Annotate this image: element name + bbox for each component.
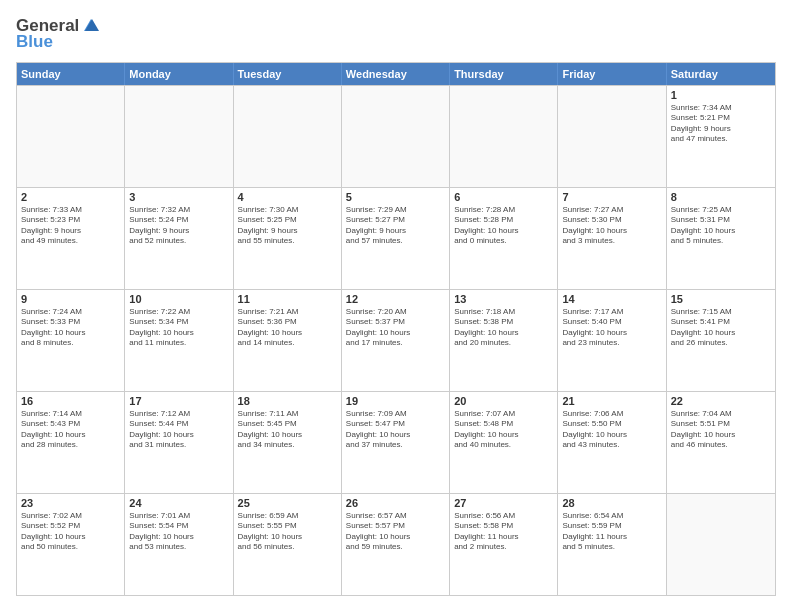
day-cell-5: 5Sunrise: 7:29 AM Sunset: 5:27 PM Daylig…	[342, 188, 450, 289]
day-cell-1: 1Sunrise: 7:34 AM Sunset: 5:21 PM Daylig…	[667, 86, 775, 187]
day-cell-12: 12Sunrise: 7:20 AM Sunset: 5:37 PM Dayli…	[342, 290, 450, 391]
day-number: 22	[671, 395, 771, 407]
day-cell-19: 19Sunrise: 7:09 AM Sunset: 5:47 PM Dayli…	[342, 392, 450, 493]
day-cell-10: 10Sunrise: 7:22 AM Sunset: 5:34 PM Dayli…	[125, 290, 233, 391]
day-info: Sunrise: 7:27 AM Sunset: 5:30 PM Dayligh…	[562, 205, 661, 247]
empty-cell	[342, 86, 450, 187]
empty-cell	[234, 86, 342, 187]
day-info: Sunrise: 7:01 AM Sunset: 5:54 PM Dayligh…	[129, 511, 228, 553]
day-cell-25: 25Sunrise: 6:59 AM Sunset: 5:55 PM Dayli…	[234, 494, 342, 595]
page: General Blue SundayMondayTuesdayWednesda…	[0, 0, 792, 612]
day-info: Sunrise: 7:15 AM Sunset: 5:41 PM Dayligh…	[671, 307, 771, 349]
weekday-header-thursday: Thursday	[450, 63, 558, 85]
day-cell-21: 21Sunrise: 7:06 AM Sunset: 5:50 PM Dayli…	[558, 392, 666, 493]
weekday-header-sunday: Sunday	[17, 63, 125, 85]
day-cell-15: 15Sunrise: 7:15 AM Sunset: 5:41 PM Dayli…	[667, 290, 775, 391]
day-cell-14: 14Sunrise: 7:17 AM Sunset: 5:40 PM Dayli…	[558, 290, 666, 391]
day-number: 20	[454, 395, 553, 407]
day-info: Sunrise: 7:28 AM Sunset: 5:28 PM Dayligh…	[454, 205, 553, 247]
day-number: 27	[454, 497, 553, 509]
day-info: Sunrise: 7:20 AM Sunset: 5:37 PM Dayligh…	[346, 307, 445, 349]
day-cell-22: 22Sunrise: 7:04 AM Sunset: 5:51 PM Dayli…	[667, 392, 775, 493]
day-info: Sunrise: 7:12 AM Sunset: 5:44 PM Dayligh…	[129, 409, 228, 451]
day-cell-8: 8Sunrise: 7:25 AM Sunset: 5:31 PM Daylig…	[667, 188, 775, 289]
day-number: 15	[671, 293, 771, 305]
day-number: 10	[129, 293, 228, 305]
day-info: Sunrise: 7:14 AM Sunset: 5:43 PM Dayligh…	[21, 409, 120, 451]
day-info: Sunrise: 7:30 AM Sunset: 5:25 PM Dayligh…	[238, 205, 337, 247]
day-number: 24	[129, 497, 228, 509]
day-info: Sunrise: 7:21 AM Sunset: 5:36 PM Dayligh…	[238, 307, 337, 349]
day-number: 21	[562, 395, 661, 407]
day-cell-23: 23Sunrise: 7:02 AM Sunset: 5:52 PM Dayli…	[17, 494, 125, 595]
day-number: 8	[671, 191, 771, 203]
day-number: 26	[346, 497, 445, 509]
day-cell-16: 16Sunrise: 7:14 AM Sunset: 5:43 PM Dayli…	[17, 392, 125, 493]
day-cell-11: 11Sunrise: 7:21 AM Sunset: 5:36 PM Dayli…	[234, 290, 342, 391]
weekday-header-tuesday: Tuesday	[234, 63, 342, 85]
calendar-row-0: 1Sunrise: 7:34 AM Sunset: 5:21 PM Daylig…	[17, 85, 775, 187]
weekday-header-saturday: Saturday	[667, 63, 775, 85]
day-number: 25	[238, 497, 337, 509]
day-number: 7	[562, 191, 661, 203]
day-number: 28	[562, 497, 661, 509]
day-cell-20: 20Sunrise: 7:07 AM Sunset: 5:48 PM Dayli…	[450, 392, 558, 493]
day-info: Sunrise: 7:04 AM Sunset: 5:51 PM Dayligh…	[671, 409, 771, 451]
day-cell-13: 13Sunrise: 7:18 AM Sunset: 5:38 PM Dayli…	[450, 290, 558, 391]
empty-cell	[667, 494, 775, 595]
day-number: 9	[21, 293, 120, 305]
day-cell-28: 28Sunrise: 6:54 AM Sunset: 5:59 PM Dayli…	[558, 494, 666, 595]
day-number: 6	[454, 191, 553, 203]
day-number: 3	[129, 191, 228, 203]
day-number: 1	[671, 89, 771, 101]
day-info: Sunrise: 7:09 AM Sunset: 5:47 PM Dayligh…	[346, 409, 445, 451]
day-info: Sunrise: 6:56 AM Sunset: 5:58 PM Dayligh…	[454, 511, 553, 553]
day-cell-2: 2Sunrise: 7:33 AM Sunset: 5:23 PM Daylig…	[17, 188, 125, 289]
day-number: 23	[21, 497, 120, 509]
day-number: 17	[129, 395, 228, 407]
day-number: 16	[21, 395, 120, 407]
empty-cell	[450, 86, 558, 187]
empty-cell	[558, 86, 666, 187]
calendar: SundayMondayTuesdayWednesdayThursdayFrid…	[16, 62, 776, 596]
day-info: Sunrise: 7:02 AM Sunset: 5:52 PM Dayligh…	[21, 511, 120, 553]
svg-marker-1	[85, 19, 99, 31]
day-info: Sunrise: 7:29 AM Sunset: 5:27 PM Dayligh…	[346, 205, 445, 247]
day-number: 12	[346, 293, 445, 305]
day-info: Sunrise: 7:17 AM Sunset: 5:40 PM Dayligh…	[562, 307, 661, 349]
day-cell-18: 18Sunrise: 7:11 AM Sunset: 5:45 PM Dayli…	[234, 392, 342, 493]
day-cell-7: 7Sunrise: 7:27 AM Sunset: 5:30 PM Daylig…	[558, 188, 666, 289]
day-number: 4	[238, 191, 337, 203]
day-number: 19	[346, 395, 445, 407]
empty-cell	[17, 86, 125, 187]
day-cell-3: 3Sunrise: 7:32 AM Sunset: 5:24 PM Daylig…	[125, 188, 233, 289]
day-cell-9: 9Sunrise: 7:24 AM Sunset: 5:33 PM Daylig…	[17, 290, 125, 391]
day-info: Sunrise: 7:18 AM Sunset: 5:38 PM Dayligh…	[454, 307, 553, 349]
day-number: 5	[346, 191, 445, 203]
day-cell-4: 4Sunrise: 7:30 AM Sunset: 5:25 PM Daylig…	[234, 188, 342, 289]
logo-icon	[80, 17, 102, 35]
empty-cell	[125, 86, 233, 187]
day-info: Sunrise: 7:07 AM Sunset: 5:48 PM Dayligh…	[454, 409, 553, 451]
day-info: Sunrise: 6:57 AM Sunset: 5:57 PM Dayligh…	[346, 511, 445, 553]
logo: General Blue	[16, 16, 103, 52]
weekday-header-friday: Friday	[558, 63, 666, 85]
day-info: Sunrise: 7:22 AM Sunset: 5:34 PM Dayligh…	[129, 307, 228, 349]
day-number: 11	[238, 293, 337, 305]
day-number: 2	[21, 191, 120, 203]
calendar-header: SundayMondayTuesdayWednesdayThursdayFrid…	[17, 63, 775, 85]
day-cell-6: 6Sunrise: 7:28 AM Sunset: 5:28 PM Daylig…	[450, 188, 558, 289]
day-cell-26: 26Sunrise: 6:57 AM Sunset: 5:57 PM Dayli…	[342, 494, 450, 595]
day-info: Sunrise: 7:34 AM Sunset: 5:21 PM Dayligh…	[671, 103, 771, 145]
calendar-body: 1Sunrise: 7:34 AM Sunset: 5:21 PM Daylig…	[17, 85, 775, 595]
day-info: Sunrise: 7:25 AM Sunset: 5:31 PM Dayligh…	[671, 205, 771, 247]
day-info: Sunrise: 6:54 AM Sunset: 5:59 PM Dayligh…	[562, 511, 661, 553]
weekday-header-monday: Monday	[125, 63, 233, 85]
day-info: Sunrise: 6:59 AM Sunset: 5:55 PM Dayligh…	[238, 511, 337, 553]
calendar-row-2: 9Sunrise: 7:24 AM Sunset: 5:33 PM Daylig…	[17, 289, 775, 391]
day-cell-24: 24Sunrise: 7:01 AM Sunset: 5:54 PM Dayli…	[125, 494, 233, 595]
day-cell-27: 27Sunrise: 6:56 AM Sunset: 5:58 PM Dayli…	[450, 494, 558, 595]
calendar-row-1: 2Sunrise: 7:33 AM Sunset: 5:23 PM Daylig…	[17, 187, 775, 289]
day-number: 13	[454, 293, 553, 305]
header: General Blue	[16, 16, 776, 52]
